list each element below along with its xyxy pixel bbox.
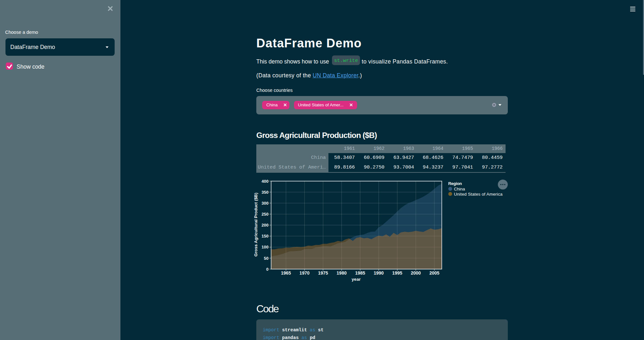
svg-text:Region: Region <box>448 181 462 186</box>
svg-text:1985: 1985 <box>355 270 365 276</box>
svg-text:1995: 1995 <box>392 270 402 276</box>
svg-text:2005: 2005 <box>429 270 439 276</box>
svg-text:350: 350 <box>261 190 269 195</box>
svg-text:United States of America: United States of America <box>454 192 503 197</box>
svg-text:1965: 1965 <box>281 270 291 276</box>
svg-text:100: 100 <box>261 245 269 249</box>
svg-text:50: 50 <box>264 256 269 261</box>
svg-text:1980: 1980 <box>336 270 346 276</box>
svg-text:1970: 1970 <box>299 270 309 276</box>
svg-text:200: 200 <box>261 223 269 228</box>
svg-text:300: 300 <box>261 201 269 206</box>
svg-text:1975: 1975 <box>318 270 328 276</box>
svg-text:year: year <box>352 277 361 282</box>
svg-text:150: 150 <box>261 234 269 238</box>
svg-text:1990: 1990 <box>374 270 384 276</box>
svg-text:Gross Agricultural Product ($B: Gross Agricultural Product ($B) <box>253 193 258 257</box>
svg-text:2000: 2000 <box>411 270 421 276</box>
svg-text:400: 400 <box>261 179 269 184</box>
svg-text:China: China <box>454 187 465 191</box>
svg-text:0: 0 <box>266 267 269 272</box>
svg-text:250: 250 <box>261 212 269 217</box>
